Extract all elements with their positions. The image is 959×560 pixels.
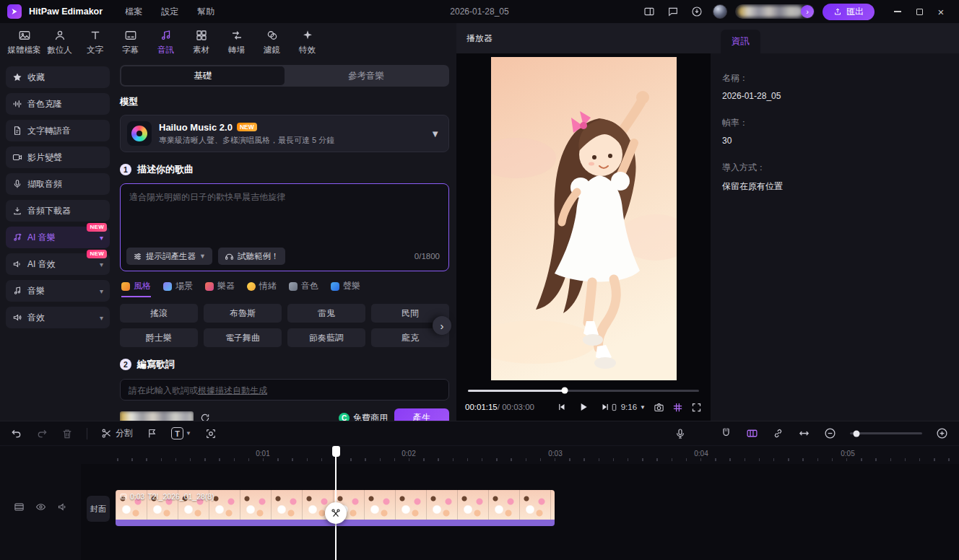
play-icon[interactable]: [578, 401, 589, 413]
sidebar-item-label: AI 音樂: [27, 232, 56, 244]
ribbon-tab-audio[interactable]: 音訊: [149, 29, 183, 56]
record-voice-icon[interactable]: [674, 428, 686, 439]
tag-jazz[interactable]: 爵士樂: [120, 328, 198, 347]
tag-reggae[interactable]: 雷鬼: [287, 304, 365, 323]
chevron-down-icon[interactable]: ▾: [100, 287, 103, 295]
model-name: Hailuo Music 2.0: [159, 122, 233, 133]
hide-track-icon[interactable]: [35, 502, 46, 512]
sidebar-item-video-voice-change[interactable]: 影片變聲: [6, 146, 110, 168]
tag-blues[interactable]: 布魯斯: [204, 304, 282, 323]
snapshot-icon[interactable]: [654, 402, 664, 413]
user-account[interactable]: ›: [735, 4, 815, 19]
chevron-down-icon[interactable]: ▾: [100, 314, 103, 322]
playhead-handle[interactable]: [332, 446, 340, 457]
model-new-badge: NEW: [237, 123, 257, 132]
marker-icon[interactable]: [147, 428, 157, 439]
category-vocal[interactable]: 聲樂: [331, 280, 360, 297]
prompt-generator-button[interactable]: 提示詞產生器 ▼: [126, 248, 212, 265]
category-timbre[interactable]: 音色: [289, 280, 318, 297]
layout-panels-icon[interactable]: [641, 4, 657, 19]
mute-track-icon[interactable]: [57, 502, 68, 512]
split-button[interactable]: 分割: [101, 427, 133, 439]
listen-examples-button[interactable]: 試聽範例！: [218, 248, 286, 265]
export-button[interactable]: 匯出: [823, 4, 875, 20]
chevron-down-icon[interactable]: ▾: [100, 261, 103, 268]
song-description-input[interactable]: 適合陽光明媚的日子的歡快早晨吉他旋律 提示詞產生器 ▼ 試聽範例！ 0/1800: [120, 183, 449, 271]
seek-track[interactable]: [468, 390, 699, 392]
sidebar-item-extract-audio[interactable]: 擷取音頻: [6, 173, 110, 195]
zoom-knob[interactable]: [854, 430, 860, 437]
sidebar-item-sfx[interactable]: 音效 ▾: [6, 307, 110, 328]
zoom-out-icon[interactable]: [824, 427, 836, 439]
player-title: 播放器: [467, 32, 492, 45]
menu-help[interactable]: 幫助: [189, 6, 222, 18]
delete-icon[interactable]: [61, 428, 73, 439]
tab-info[interactable]: 資訊: [721, 30, 760, 53]
lyrics-input[interactable]: 請在此輸入歌詞或 根據描述自動生成: [120, 379, 449, 401]
seek-slider[interactable]: [468, 386, 699, 395]
link-clips-icon[interactable]: [772, 427, 784, 439]
sidebar-item-ai-sfx[interactable]: AI 音效 NEW ▾: [6, 253, 110, 275]
avatar[interactable]: [713, 4, 727, 19]
maximize-button[interactable]: [908, 3, 930, 20]
ribbon-tab-filter[interactable]: 濾鏡: [255, 29, 289, 56]
close-button[interactable]: ×: [930, 3, 952, 20]
ribbon-tab-transition[interactable]: 轉場: [220, 29, 253, 56]
step2-title: 編寫歌詞: [137, 358, 175, 371]
ratio-selector[interactable]: 9:16 ▼: [610, 403, 646, 412]
ribbon-tab-effects[interactable]: 特效: [290, 29, 324, 56]
fit-timeline-icon[interactable]: [798, 427, 810, 439]
sidebar-item-audio-downloader[interactable]: 音頻下載器: [6, 200, 110, 222]
player-panel: 播放器: [456, 23, 711, 421]
tab-reference-music[interactable]: 參考音樂: [285, 66, 448, 85]
grid-icon[interactable]: [672, 402, 683, 413]
ribbon-tab-subtitle[interactable]: 字幕: [113, 29, 147, 56]
auto-generate-link[interactable]: 根據描述自動生成: [198, 385, 267, 395]
ribbon-tab-media[interactable]: 媒體檔案: [7, 29, 41, 56]
scene-icon: [163, 282, 172, 291]
track-video-icon[interactable]: [14, 502, 25, 512]
download-icon[interactable]: [689, 4, 705, 19]
sidebar-item-favorites[interactable]: 收藏: [6, 66, 110, 88]
timeline-ruler[interactable]: 0:01 0:02 0:03 0:04 0:05: [0, 446, 959, 463]
cover-button[interactable]: 封面: [87, 496, 110, 522]
sidebar-item-text-to-speech[interactable]: 文字轉語音: [6, 120, 110, 141]
menu-settings[interactable]: 設定: [153, 6, 186, 18]
sidebar-item-ai-music[interactable]: AI 音樂 NEW ▾: [6, 227, 110, 248]
frame-capture-icon[interactable]: [205, 428, 217, 439]
ribbon-tab-text[interactable]: 文字: [78, 29, 112, 56]
minimize-button[interactable]: [887, 3, 908, 20]
ribbon-tab-digital-human[interactable]: 數位人: [43, 29, 77, 56]
player-stage[interactable]: [456, 53, 711, 383]
magnet-icon[interactable]: [720, 427, 732, 439]
feedback-icon[interactable]: [665, 4, 681, 19]
category-emotion[interactable]: 情緒: [247, 280, 277, 297]
redo-icon[interactable]: [36, 428, 48, 439]
upgrade-arrow-icon[interactable]: ›: [801, 5, 814, 18]
chevron-down-icon[interactable]: ▼: [430, 128, 440, 139]
tab-basic[interactable]: 基礎: [121, 66, 285, 85]
chevron-down-icon[interactable]: ▾: [100, 234, 103, 242]
next-frame-icon[interactable]: [600, 402, 610, 412]
sidebar-item-music[interactable]: 音樂 ▾: [6, 280, 110, 302]
sidebar-item-voice-clone[interactable]: 音色克隆: [6, 93, 110, 115]
menu-file[interactable]: 檔案: [117, 6, 150, 18]
tag-edm[interactable]: 電子舞曲: [204, 328, 282, 347]
more-tags-button[interactable]: ›: [433, 316, 451, 335]
category-instrument[interactable]: 樂器: [205, 280, 235, 297]
model-selector[interactable]: Hailuo Music 2.0 NEW 專業級清晰人聲、多樣演唱風格，最長可達…: [120, 115, 449, 152]
zoom-slider[interactable]: [850, 432, 922, 434]
zoom-in-icon[interactable]: [936, 427, 948, 439]
tag-rnb[interactable]: 節奏藍調: [287, 328, 365, 347]
fullscreen-icon[interactable]: [691, 402, 702, 413]
prev-frame-icon[interactable]: [557, 402, 567, 412]
seek-knob[interactable]: [562, 388, 568, 394]
undo-icon[interactable]: [11, 428, 22, 439]
category-scene[interactable]: 場景: [163, 280, 193, 297]
category-style[interactable]: 風格: [121, 280, 151, 297]
tag-rock[interactable]: 搖滾: [120, 304, 198, 323]
split-cursor[interactable]: [325, 502, 347, 524]
ribbon-tab-sticker[interactable]: 素材: [184, 29, 218, 56]
text-tool-button[interactable]: T ▼: [171, 427, 191, 439]
thumbnails-icon[interactable]: [746, 427, 758, 439]
